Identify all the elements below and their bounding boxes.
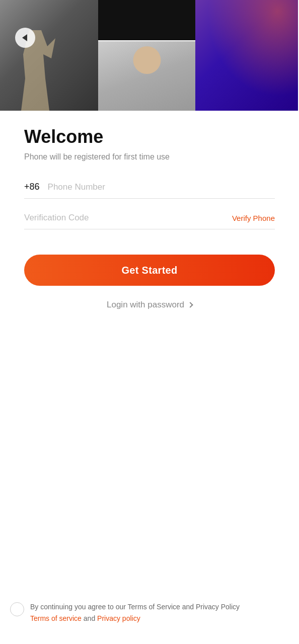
agreement-prefix: By continuing you agree to our Terms of … [30,603,240,611]
center-bottom-image [98,41,195,111]
and-text: and [84,614,97,622]
privacy-policy-link[interactable]: Privacy policy [97,614,140,622]
get-started-button[interactable]: Get Started [24,255,275,286]
center-top-image [98,0,195,40]
back-chevron-icon [22,34,27,41]
welcome-title: Welcome [24,126,275,147]
verify-phone-button[interactable]: Verify Phone [232,214,275,222]
header-images [0,0,299,111]
login-with-password-link[interactable]: Login with password [107,300,184,310]
login-link-row: Login with password [24,300,275,310]
right-concert-image [195,0,298,111]
terms-of-service-link[interactable]: Terms of service [30,614,82,622]
main-content: Welcome Phone will be registered for fir… [0,111,299,350]
back-button[interactable] [15,28,35,48]
footer-agreement-text: By continuing you agree to our Terms of … [30,601,240,624]
center-images-col [98,0,195,111]
verification-input-row: Verify Phone [24,213,275,229]
agreement-checkbox[interactable] [10,602,24,616]
chevron-right-icon [187,302,193,307]
verification-code-input[interactable] [24,213,232,223]
phone-number-input[interactable] [48,182,275,192]
country-code-label[interactable]: +86 [24,182,40,192]
phone-input-row: +86 [24,182,275,199]
footer: By continuing you agree to our Terms of … [0,601,299,624]
concert-left-image [0,0,98,111]
welcome-subtitle: Phone will be registered for first time … [24,152,275,162]
